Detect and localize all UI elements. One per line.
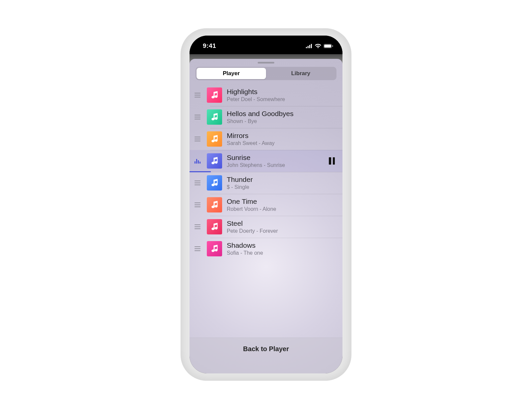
status-time: 9:41	[203, 42, 216, 50]
song-row[interactable]: SunriseJohn Stephens - Sunrise	[190, 150, 342, 172]
song-meta: One TimeRobert Voorn - Alone	[227, 198, 323, 212]
phone-frame: 9:41 Player Library HighlightsPeter Doel…	[181, 28, 351, 381]
song-row[interactable]: Thunder$ - Single	[190, 172, 342, 194]
song-meta: SteelPete Doerty - Forever	[227, 219, 323, 234]
song-row[interactable]: MirrorsSarah Sweet - Away	[190, 128, 342, 150]
song-subtitle: Peter Doel - Somewhere	[227, 96, 323, 102]
notch	[229, 36, 303, 47]
song-row[interactable]: SteelPete Doerty - Forever	[190, 216, 342, 238]
song-title: One Time	[227, 198, 323, 205]
svg-rect-3	[311, 44, 312, 48]
drag-handle-icon[interactable]	[193, 246, 202, 251]
song-meta: SunriseJohn Stephens - Sunrise	[227, 154, 323, 169]
song-subtitle: Shown - Bye	[227, 118, 323, 124]
status-indicators	[306, 44, 333, 48]
song-subtitle: John Stephens - Sunrise	[227, 162, 323, 168]
song-artwork	[207, 87, 222, 103]
song-subtitle: Robert Voorn - Alone	[227, 206, 323, 212]
song-artwork	[207, 109, 222, 125]
song-meta: Thunder$ - Single	[227, 176, 323, 191]
svg-rect-6	[332, 45, 333, 47]
sheet: Player Library HighlightsPeter Doel - So…	[190, 59, 342, 373]
song-meta: HighlightsPeter Doel - Somewhere	[227, 88, 323, 103]
sheet-grabber[interactable]	[258, 62, 274, 64]
song-subtitle: Pete Doerty - Forever	[227, 228, 323, 234]
song-title: Hellos and Goodbyes	[227, 110, 323, 118]
now-playing-eq-icon	[193, 158, 202, 164]
sheet-footer: Back to Player	[190, 338, 342, 373]
drag-handle-icon[interactable]	[193, 181, 202, 185]
song-artwork	[207, 241, 222, 256]
song-row[interactable]: ShadowsSofia - The one	[190, 238, 342, 260]
song-list[interactable]: HighlightsPeter Doel - SomewhereHellos a…	[190, 84, 342, 338]
pause-button[interactable]	[327, 157, 336, 165]
back-to-player-button[interactable]: Back to Player	[243, 345, 289, 353]
tab-library[interactable]: Library	[266, 68, 335, 79]
song-artwork	[207, 197, 222, 212]
song-row[interactable]: Hellos and GoodbyesShown - Bye	[190, 106, 342, 128]
screen: 9:41 Player Library HighlightsPeter Doel…	[190, 36, 342, 373]
svg-rect-0	[306, 47, 307, 48]
song-title: Steel	[227, 219, 323, 227]
pause-icon	[329, 157, 335, 165]
song-title: Highlights	[227, 88, 323, 96]
song-row[interactable]: HighlightsPeter Doel - Somewhere	[190, 84, 342, 106]
drag-handle-icon[interactable]	[193, 115, 202, 119]
song-title: Mirrors	[227, 132, 323, 140]
song-artwork	[207, 131, 222, 147]
song-artwork	[207, 153, 222, 169]
song-subtitle: Sarah Sweet - Away	[227, 140, 323, 146]
drag-handle-icon[interactable]	[193, 93, 202, 97]
song-title: Sunrise	[227, 154, 323, 162]
svg-rect-2	[309, 45, 310, 48]
song-meta: Hellos and GoodbyesShown - Bye	[227, 110, 323, 125]
song-meta: MirrorsSarah Sweet - Away	[227, 132, 323, 147]
svg-rect-5	[324, 45, 331, 48]
wifi-icon	[315, 44, 321, 48]
playback-progress	[190, 171, 211, 172]
cellular-icon	[306, 44, 313, 48]
song-artwork	[207, 219, 222, 234]
battery-icon	[324, 44, 333, 48]
song-title: Thunder	[227, 176, 323, 184]
song-subtitle: $ - Single	[227, 184, 323, 190]
drag-handle-icon[interactable]	[193, 137, 202, 141]
drag-handle-icon[interactable]	[193, 224, 202, 229]
segmented-control: Player Library	[196, 67, 336, 80]
song-artwork	[207, 175, 222, 191]
song-meta: ShadowsSofia - The one	[227, 241, 323, 256]
svg-rect-1	[308, 46, 309, 48]
tab-player[interactable]: Player	[197, 68, 266, 79]
song-row[interactable]: One TimeRobert Voorn - Alone	[190, 194, 342, 216]
song-title: Shadows	[227, 241, 323, 249]
drag-handle-icon[interactable]	[193, 203, 202, 207]
song-subtitle: Sofia - The one	[227, 250, 323, 256]
